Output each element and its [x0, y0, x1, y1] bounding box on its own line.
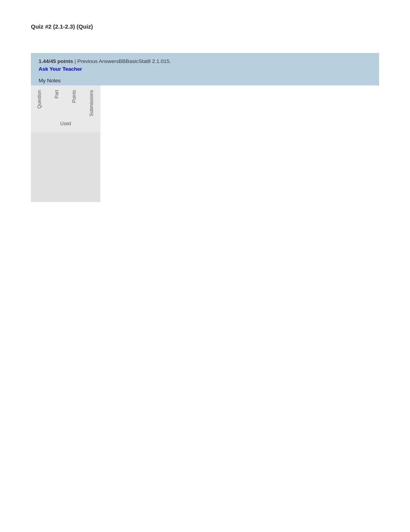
sidebar-col-part: Part — [48, 88, 66, 118]
points-value: 44/45 points — [43, 58, 73, 64]
sidebar-wrapper: Question Part Points Submissions Used — [31, 85, 100, 202]
page-title: Quiz #2 (2.1-2.3) (Quiz) — [31, 23, 379, 30]
sidebar-extra — [31, 133, 100, 202]
sidebar-label-submissions: Submissions — [89, 90, 95, 116]
quiz-section: 1.44/45 points | Previous AnswersBBBasic… — [31, 53, 379, 202]
sidebar-grid: Question Part Points Submissions Used — [31, 85, 100, 133]
sidebar-label-question: Question — [37, 90, 43, 109]
ask-teacher-link[interactable]: Ask Your Teacher — [39, 66, 82, 72]
points-line: 1.44/45 points | Previous AnswersBBBasic… — [39, 58, 371, 64]
sidebar-col-used: Used — [31, 118, 100, 129]
sidebar-label-points: Points — [71, 90, 78, 103]
sidebar-label-part: Part — [54, 90, 60, 99]
question-number: 1. — [39, 58, 43, 64]
sidebar-col-submissions: Submissions — [83, 88, 100, 118]
content-area: Question Part Points Submissions Used — [31, 85, 379, 202]
sidebar-label-used: Used — [60, 121, 71, 126]
main-content — [100, 85, 379, 202]
sidebar-col-question: Question — [31, 88, 48, 118]
my-notes-bar: My Notes — [31, 76, 379, 85]
question-banner: 1.44/45 points | Previous AnswersBBBasic… — [31, 53, 379, 76]
sidebar-col-points: Points — [66, 88, 83, 118]
previous-answers-text: | Previous AnswersBBBasicStat8 2.1.015. — [75, 58, 171, 64]
page-container: Quiz #2 (2.1-2.3) (Quiz) 1.44/45 points … — [0, 0, 410, 218]
